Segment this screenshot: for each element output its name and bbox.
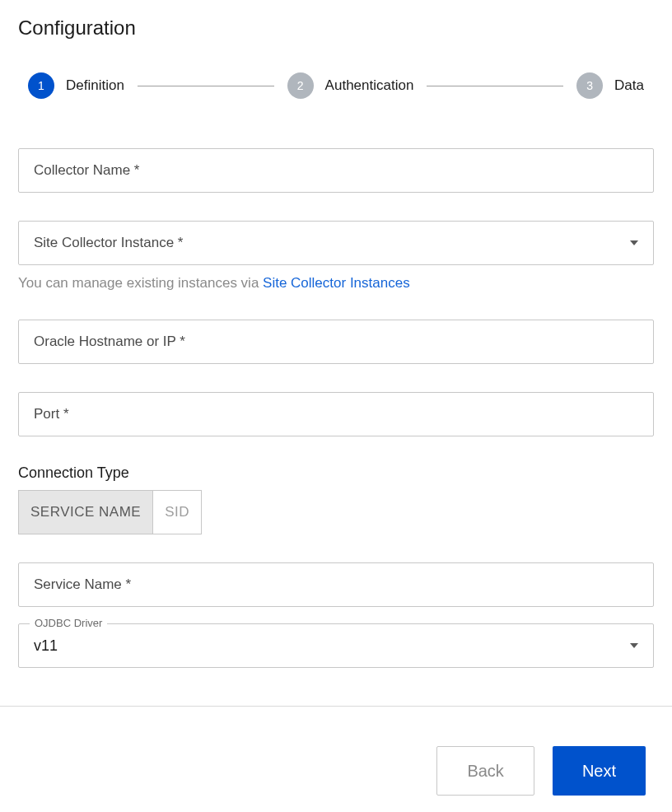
site-collector-placeholder: Site Collector Instance * [34, 235, 183, 251]
step-3-circle: 3 [576, 72, 603, 99]
chevron-down-icon [630, 643, 638, 648]
stepper: 1 Definition 2 Authentication 3 Data [18, 72, 654, 99]
ojdbc-value: v11 [34, 637, 58, 655]
connection-type-label: Connection Type [18, 464, 654, 482]
step-data[interactable]: 3 Data [576, 72, 644, 99]
step-3-label: Data [614, 77, 644, 94]
connection-type-toggle: SERVICE NAME SID [18, 490, 202, 534]
chevron-down-icon [630, 240, 638, 245]
port-input[interactable] [18, 392, 654, 436]
service-name-input[interactable] [18, 562, 654, 607]
step-authentication[interactable]: 2 Authentication [287, 72, 414, 99]
footer: Back Next [0, 706, 672, 812]
collector-name-input[interactable] [18, 148, 654, 193]
site-collector-instances-link[interactable]: Site Collector Instances [263, 275, 410, 291]
helper-text-row: You can manage existing instances via Si… [18, 275, 654, 292]
next-button[interactable]: Next [553, 746, 646, 796]
step-connector [427, 86, 563, 86]
oracle-hostname-input[interactable] [18, 320, 654, 364]
site-collector-select[interactable]: Site Collector Instance * [18, 221, 654, 265]
step-connector [138, 86, 274, 86]
sid-toggle[interactable]: SID [153, 491, 201, 534]
step-2-label: Authentication [325, 77, 414, 94]
ojdbc-label: OJDBC Driver [30, 617, 107, 629]
back-button[interactable]: Back [436, 746, 534, 796]
step-definition[interactable]: 1 Definition [28, 72, 124, 99]
service-name-toggle[interactable]: SERVICE NAME [19, 491, 153, 534]
ojdbc-driver-select[interactable]: v11 [18, 623, 654, 668]
step-2-circle: 2 [287, 72, 314, 99]
step-1-label: Definition [66, 77, 124, 94]
page-title: Configuration [18, 16, 654, 40]
step-1-circle: 1 [28, 72, 54, 99]
helper-text: You can manage existing instances via [18, 275, 263, 291]
